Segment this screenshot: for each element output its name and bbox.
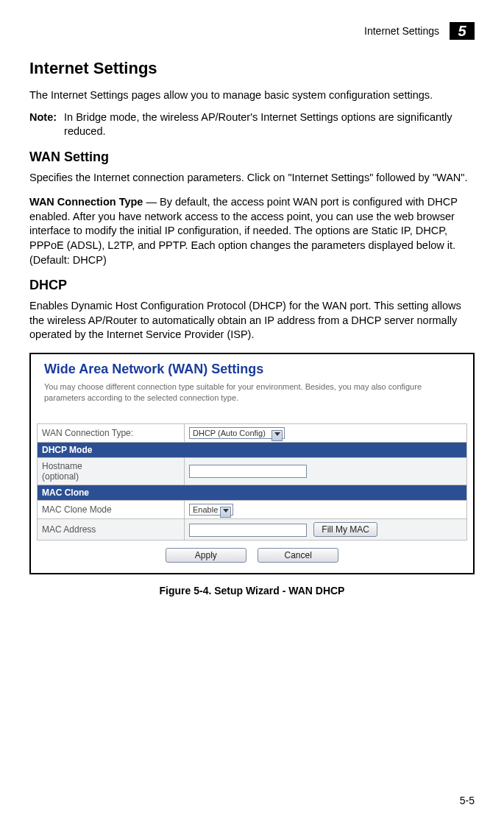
wan-setting-desc: Specifies the Internet connection parame… xyxy=(29,171,475,186)
table-row: Hostname (optional) xyxy=(38,458,467,485)
wan-connection-type-sep: — xyxy=(143,196,160,208)
page-title: Internet Settings xyxy=(29,59,475,78)
mac-address-input[interactable] xyxy=(189,524,307,537)
apply-button[interactable]: Apply xyxy=(166,548,246,563)
page-header: Internet Settings 5 xyxy=(29,22,475,44)
note-block: Note: In Bridge mode, the wireless AP/Ro… xyxy=(29,110,475,139)
mac-clone-mode-label: MAC Clone Mode xyxy=(38,501,185,519)
table-row: WAN Connection Type: DHCP (Auto Config) xyxy=(38,424,467,443)
hostname-input[interactable] xyxy=(189,465,307,478)
screenshot-title: Wide Area Network (WAN) Settings xyxy=(44,362,467,377)
table-row: MAC Clone Mode Enable xyxy=(38,501,467,519)
wan-connection-type-field-label: WAN Connection Type: xyxy=(38,424,185,443)
hostname-label: Hostname (optional) xyxy=(38,458,185,485)
chevron-down-icon xyxy=(274,432,280,436)
wan-connection-type-select-value: DHCP (Auto Config) xyxy=(193,429,266,437)
note-text: In Bridge mode, the wireless AP/Router's… xyxy=(64,110,475,139)
mac-clone-section-header: MAC Clone xyxy=(38,485,467,501)
hostname-cell xyxy=(185,458,467,485)
wan-connection-type-field-cell: DHCP (Auto Config) xyxy=(185,424,467,443)
chevron-down-icon xyxy=(223,509,229,513)
mac-clone-mode-cell: Enable xyxy=(185,501,467,519)
dhcp-heading: DHCP xyxy=(29,278,475,293)
mac-clone-mode-select[interactable]: Enable xyxy=(189,504,233,515)
table-row: DHCP Mode xyxy=(38,443,467,458)
chapter-number-box: 5 xyxy=(450,22,475,40)
wan-settings-screenshot: Wide Area Network (WAN) Settings You may… xyxy=(29,353,475,575)
mac-address-cell: Fill My MAC xyxy=(185,519,467,541)
dhcp-desc: Enables Dynamic Host Configuration Proto… xyxy=(29,299,475,342)
table-row: MAC Address Fill My MAC xyxy=(38,519,467,541)
cancel-button[interactable]: Cancel xyxy=(258,548,338,563)
note-label: Note: xyxy=(29,110,57,139)
wan-connection-type-select[interactable]: DHCP (Auto Config) xyxy=(189,427,285,439)
dhcp-mode-section-header: DHCP Mode xyxy=(38,443,467,458)
wan-settings-table: WAN Connection Type: DHCP (Auto Config) … xyxy=(37,423,467,541)
fill-my-mac-button[interactable]: Fill My MAC xyxy=(313,522,377,537)
wan-connection-type-paragraph: WAN Connection Type — By default, the ac… xyxy=(29,195,475,267)
wan-connection-type-label: WAN Connection Type xyxy=(29,196,143,208)
wan-setting-heading: WAN Setting xyxy=(29,149,475,165)
header-section-text: Internet Settings xyxy=(364,25,439,37)
table-row: MAC Clone xyxy=(38,485,467,501)
page-number: 5-5 xyxy=(460,795,475,806)
screenshot-description: You may choose different connection type… xyxy=(44,381,460,404)
figure-caption: Figure 5-4. Setup Wizard - WAN DHCP xyxy=(29,585,475,597)
mac-address-label: MAC Address xyxy=(38,519,185,541)
screenshot-button-row: Apply Cancel xyxy=(37,548,467,563)
mac-clone-mode-select-value: Enable xyxy=(193,505,218,514)
intro-paragraph: The Internet Settings pages allow you to… xyxy=(29,88,475,103)
